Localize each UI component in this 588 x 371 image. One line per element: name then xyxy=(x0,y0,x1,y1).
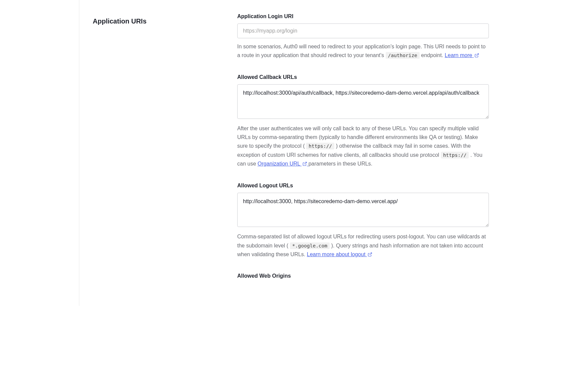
web-origins-field-group: Allowed Web Origins xyxy=(237,273,489,279)
login-uri-help-text: In some scenarios, Auth0 will need to re… xyxy=(237,42,489,61)
https-protocol-code: https:// xyxy=(306,143,334,149)
application-uris-section: Application URIs Application Login URI I… xyxy=(79,0,509,306)
callback-urls-label: Allowed Callback URLs xyxy=(237,74,489,80)
link-text: Organization URL xyxy=(257,161,300,167)
web-origins-label: Allowed Web Origins xyxy=(237,273,489,279)
help-text-segment: endpoint. xyxy=(421,52,445,58)
link-text: Learn more about logout xyxy=(307,251,365,257)
authorize-endpoint-code: /authorize xyxy=(386,52,420,59)
logout-urls-field-group: Allowed Logout URLs Comma-separated list… xyxy=(237,183,489,260)
section-title: Application URIs xyxy=(93,17,237,25)
callback-urls-field-group: Allowed Callback URLs After the user aut… xyxy=(237,74,489,169)
callback-urls-textarea[interactable] xyxy=(237,84,489,119)
svg-line-1 xyxy=(304,162,306,164)
section-left-column: Application URIs xyxy=(79,13,237,292)
external-link-icon xyxy=(302,160,307,169)
logout-urls-label: Allowed Logout URLs xyxy=(237,183,489,189)
https-protocol-code: https:// xyxy=(441,152,469,158)
link-text: Learn more xyxy=(445,52,472,58)
section-right-column: Application Login URI In some scenarios,… xyxy=(237,13,509,292)
logout-urls-help-text: Comma-separated list of allowed logout U… xyxy=(237,232,489,260)
logout-urls-textarea[interactable] xyxy=(237,193,489,227)
learn-more-logout-link[interactable]: Learn more about logout xyxy=(307,251,372,257)
wildcard-domain-code: *.google.com xyxy=(290,242,330,249)
external-link-icon xyxy=(474,52,479,60)
external-link-icon xyxy=(368,251,372,260)
help-text-segment: parameters in these URLs. xyxy=(308,161,372,167)
organization-url-link[interactable]: Organization URL xyxy=(257,161,308,167)
login-uri-label: Application Login URI xyxy=(237,13,489,19)
svg-line-2 xyxy=(370,253,372,255)
login-uri-field-group: Application Login URI In some scenarios,… xyxy=(237,13,489,61)
callback-urls-help-text: After the user authenticates we will onl… xyxy=(237,124,489,169)
svg-line-0 xyxy=(476,54,478,56)
learn-more-link[interactable]: Learn more xyxy=(445,52,479,58)
login-uri-input[interactable] xyxy=(237,24,489,38)
